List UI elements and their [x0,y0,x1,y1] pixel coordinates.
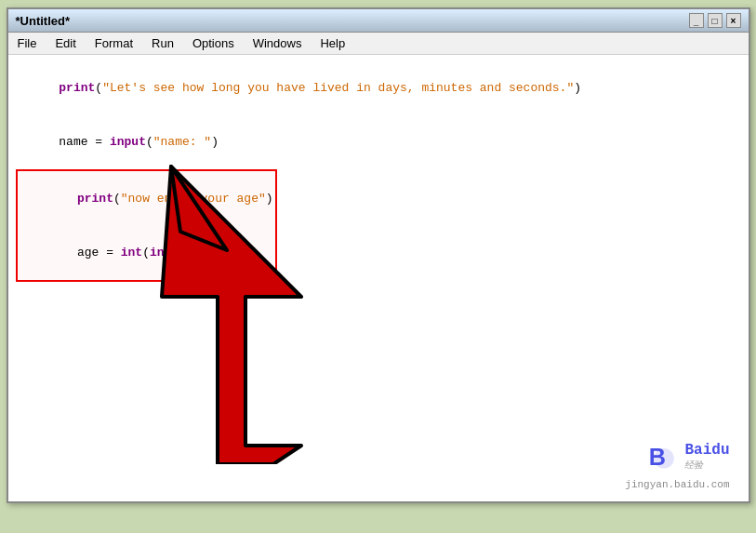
code-line-3: print("now enter your age") [20,171,273,226]
watermark: B Baidu 经验 [647,440,729,473]
menu-windows[interactable]: Windows [244,33,312,54]
main-window: *Untitled* _ □ × File Edit Format Run Op… [7,7,750,503]
code-line-1: print("Let's see how long you have lived… [16,60,741,115]
minimize-button[interactable]: _ [689,13,704,28]
menu-options[interactable]: Options [183,33,244,54]
maximize-button[interactable]: □ [708,13,723,28]
svg-text:B: B [649,444,666,470]
baidu-tagline: 经验 [684,459,729,472]
jingyan-url: jingyan.baidu.com [625,479,729,490]
highlighted-code-block: print("now enter your age") age = int(in… [16,169,277,282]
menu-run[interactable]: Run [142,33,183,54]
baidu-text: Baidu [684,442,729,459]
menu-help[interactable]: Help [311,33,354,54]
window-title: *Untitled* [16,14,71,28]
code-editor[interactable]: print("Let's see how long you have lived… [8,55,749,501]
title-controls: _ □ × [689,13,741,28]
title-bar: *Untitled* _ □ × [8,9,749,33]
print-keyword: print [59,81,95,95]
menu-file[interactable]: File [8,33,46,54]
string-value: "Let's see how long you have lived in da… [102,81,574,95]
menu-format[interactable]: Format [86,33,142,54]
code-line-4: age = int(input("age: ")) [20,226,273,281]
menu-bar: File Edit Format Run Options Windows Hel… [8,33,749,55]
code-line-2: name = input("name: ") [16,115,741,170]
close-button[interactable]: × [726,13,741,28]
baidu-icon: B [647,440,681,473]
menu-edit[interactable]: Edit [46,33,85,54]
